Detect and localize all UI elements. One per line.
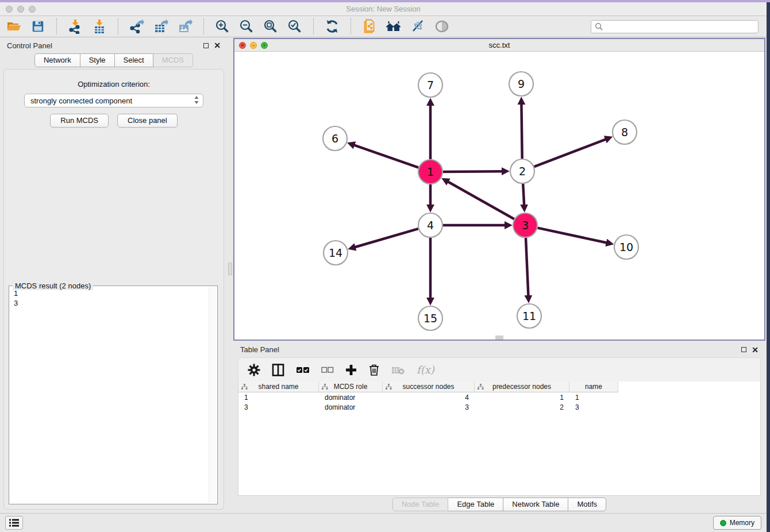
column-header-successor-nodes[interactable]: successor nodes [383, 381, 475, 392]
float-table-panel-icon[interactable] [741, 347, 746, 352]
search-input[interactable] [606, 22, 754, 30]
zoom-in-button[interactable] [214, 18, 230, 34]
tab-node-table[interactable]: Node Table [392, 498, 449, 511]
node-label-3: 3 [522, 219, 529, 232]
close-view-button[interactable]: ✕ [239, 42, 246, 49]
table-toolbar: f(x) [238, 357, 761, 381]
memory-button[interactable]: Memory [713, 516, 761, 530]
maximize-view-button[interactable]: + [261, 42, 268, 49]
export-network-button[interactable] [129, 18, 145, 34]
export-image-button[interactable] [177, 18, 193, 34]
window-title: Session: New Session [0, 5, 767, 13]
optimization-criterion-value: strongly connected component [30, 97, 132, 105]
canvas-resize-handle[interactable] [495, 336, 503, 340]
zoom-out-button[interactable] [238, 18, 255, 34]
import-table-button[interactable] [91, 18, 107, 34]
close-panel-icon[interactable]: ✕ [214, 41, 221, 49]
export-table-button[interactable] [153, 18, 169, 34]
delete-button[interactable] [368, 364, 380, 376]
settings-gear-button[interactable] [248, 364, 260, 376]
optimization-criterion-select[interactable]: strongly connected component [24, 94, 203, 107]
edge-2-8[interactable] [534, 139, 607, 167]
zoom-window-button[interactable] [29, 6, 36, 13]
column-header-predecessor-nodes[interactable]: predecessor nodes [475, 381, 569, 392]
table-cell[interactable]: 4 [383, 394, 475, 402]
edge-1-6[interactable] [353, 145, 418, 168]
add-icon [345, 364, 357, 376]
delete-table-button[interactable] [391, 365, 405, 375]
column-hierarchy-icon [478, 384, 484, 392]
node-label-4: 4 [427, 219, 434, 232]
tab-edge-table[interactable]: Edge Table [448, 498, 503, 511]
tab-network[interactable]: Network [34, 53, 80, 67]
select-all-button[interactable] [296, 365, 310, 375]
close-table-panel-icon[interactable]: ✕ [752, 346, 759, 354]
control-panel-header: Control Panel ✕ [0, 37, 228, 53]
save-session-button[interactable] [30, 18, 46, 34]
node-label-14: 14 [329, 246, 342, 259]
ndex-network-button[interactable] [361, 18, 378, 34]
refresh-view-button[interactable] [324, 18, 340, 34]
table-cell[interactable]: 1 [569, 394, 618, 402]
table-cell[interactable]: dominator [319, 394, 383, 402]
deselect-all-button[interactable] [321, 366, 334, 374]
home-button[interactable] [386, 18, 402, 34]
table-cell[interactable]: 3 [569, 403, 618, 411]
task-history-button[interactable] [5, 516, 23, 530]
column-header-shared-name[interactable]: shared name [238, 381, 319, 392]
column-button[interactable] [272, 364, 284, 376]
float-panel-icon[interactable] [203, 43, 209, 48]
ndex-network-icon [362, 19, 377, 34]
vertical-splitter[interactable] [228, 37, 233, 513]
table-cell[interactable]: 1 [238, 394, 319, 402]
import-network-button[interactable] [67, 18, 83, 34]
add-button[interactable] [345, 364, 357, 376]
result-scrollbar[interactable] [209, 287, 216, 503]
table-row[interactable]: 3dominator323 [238, 402, 760, 412]
screen: Session: New Session [0, 0, 770, 532]
column-header-MCDS-role[interactable]: MCDS role [319, 381, 383, 392]
eye-button[interactable] [434, 18, 450, 34]
tab-network-table[interactable]: Network Table [503, 498, 568, 511]
network-canvas[interactable]: 7968124314101511 [234, 52, 764, 340]
edge-3-1[interactable] [448, 182, 514, 219]
edge-2-9[interactable] [521, 103, 522, 159]
tab-motifs[interactable]: Motifs [568, 498, 606, 511]
splitter-handle[interactable] [228, 263, 232, 275]
minimize-window-button[interactable] [17, 6, 24, 13]
import-table-icon [92, 19, 107, 34]
edge-4-14[interactable] [355, 229, 418, 247]
zoom-selected-button[interactable] [287, 18, 303, 34]
table-cell[interactable]: 3 [383, 403, 475, 411]
function-builder-button[interactable]: f(x) [417, 364, 434, 376]
edge-2-3[interactable] [523, 184, 524, 206]
deselect-all-icon [321, 366, 334, 374]
tab-select[interactable]: Select [115, 53, 153, 67]
table-cell[interactable]: dominator [319, 403, 383, 411]
zoom-fit-button[interactable] [263, 18, 279, 34]
close-panel-button[interactable]: Close panel [117, 114, 178, 128]
edge-3-11[interactable] [526, 238, 529, 296]
network-view-window: ✕ − + scc.txt 7968124314101511 [233, 38, 765, 341]
mcds-result-legend: MCDS result (2 nodes) [13, 282, 93, 290]
table-cell[interactable]: 1 [475, 394, 569, 402]
tab-mcds[interactable]: MCDS [153, 53, 193, 67]
table-cell[interactable]: 2 [475, 403, 569, 411]
edge-1-2[interactable] [443, 171, 503, 172]
run-mcds-button[interactable]: Run MCDS [50, 114, 109, 128]
minimize-view-button[interactable]: − [250, 42, 257, 49]
column-header-name[interactable]: name [569, 381, 618, 392]
close-window-button[interactable] [6, 6, 13, 13]
edge-3-10[interactable] [538, 228, 607, 243]
select-all-icon [296, 365, 310, 375]
open-session-button[interactable] [6, 18, 22, 34]
control-panel-tabs: NetworkStyleSelectMCDS [0, 53, 228, 67]
search-box[interactable] [591, 20, 759, 33]
table-panel-header: Table Panel ✕ [233, 342, 765, 357]
mcds-panel: Optimization criterion: strongly connect… [3, 69, 224, 510]
table-cell[interactable]: 3 [238, 403, 319, 411]
table-row[interactable]: 1dominator411 [238, 392, 760, 402]
cybrowser-button[interactable] [410, 18, 426, 34]
table-panel-title: Table Panel [240, 345, 279, 354]
tab-style[interactable]: Style [80, 53, 115, 67]
